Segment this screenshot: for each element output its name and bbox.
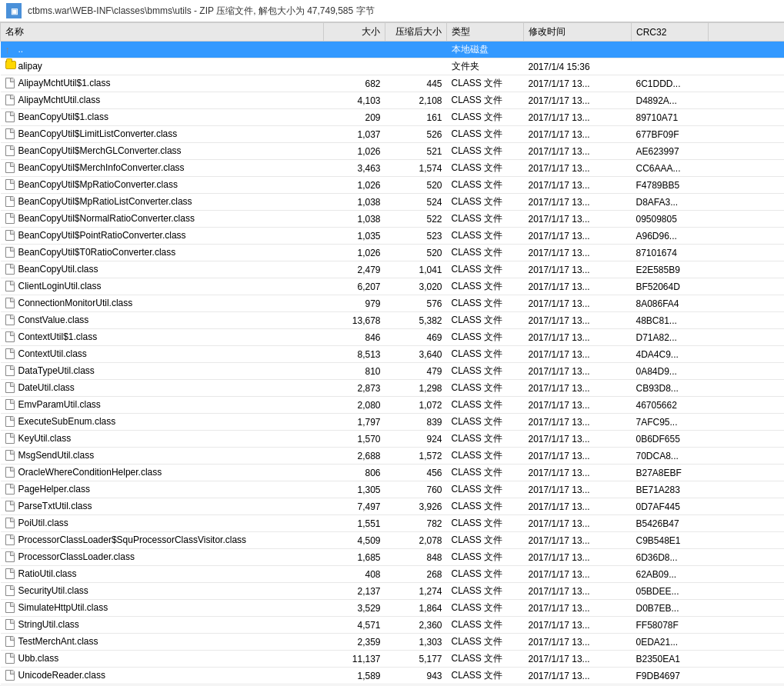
file-size: 4,103: [324, 92, 385, 109]
table-row[interactable]: UnicodeReader.class1,589943CLASS 文件2017/…: [1, 668, 785, 684]
table-row[interactable]: ClientLoginUtil.class6,2073,020CLASS 文件2…: [1, 278, 785, 295]
table-row[interactable]: ConnectionMonitorUtil.class979576CLASS 文…: [1, 295, 785, 312]
file-icon: [5, 247, 16, 258]
file-name-text: UnicodeReader.class: [18, 670, 105, 681]
file-extra: [709, 211, 785, 228]
file-modified: 2017/1/17 13...: [524, 177, 632, 194]
file-icon: [5, 298, 16, 308]
file-extra: [709, 329, 785, 346]
file-name-cell: ProcessorClassLoader$SquProcessorClassVi…: [1, 532, 324, 549]
table-row[interactable]: BeanCopyUtil$NormalRatioConverter.class1…: [1, 211, 785, 228]
file-extra: [709, 431, 785, 448]
header-crc[interactable]: CRC32: [632, 23, 709, 42]
file-type: CLASS 文件: [447, 211, 524, 228]
file-size: 2,137: [324, 583, 385, 600]
file-name-text: KeyUtil.class: [18, 433, 72, 444]
file-size: 2,359: [324, 634, 385, 651]
table-row[interactable]: BeanCopyUtil.class2,4791,041CLASS 文件2017…: [1, 261, 785, 278]
table-row[interactable]: ContextUtil.class8,5133,640CLASS 文件2017/…: [1, 346, 785, 363]
table-row[interactable]: BeanCopyUtil$MerchInfoConverter.class3,4…: [1, 160, 785, 177]
table-row[interactable]: RatioUtil.class408268CLASS 文件2017/1/17 1…: [1, 566, 785, 583]
file-type: CLASS 文件: [447, 312, 524, 329]
file-icon: [5, 382, 16, 393]
table-row[interactable]: AlipayMchtUtil.class4,1032,108CLASS 文件20…: [1, 92, 785, 109]
table-row[interactable]: OracleWhereConditionHelper.class806456CL…: [1, 465, 785, 481]
file-compressed-size: 522: [385, 211, 447, 228]
file-extra: [709, 278, 785, 295]
table-row[interactable]: SimulateHttpUtil.class3,5291,864CLASS 文件…: [1, 600, 785, 617]
file-size: 806: [324, 465, 385, 481]
file-size: 2,688: [324, 448, 385, 465]
table-row[interactable]: ContextUtil$1.class846469CLASS 文件2017/1/…: [1, 329, 785, 346]
file-icon: [5, 230, 16, 241]
file-name-cell: BeanCopyUtil$MpRatioListConverter.class: [1, 194, 324, 211]
file-name-text: ProcessorClassLoader$SquProcessorClassVi…: [18, 534, 247, 545]
file-icon: [5, 281, 16, 291]
file-modified: 2017/1/17 13...: [524, 532, 632, 549]
file-compressed-size: 1,041: [385, 261, 447, 278]
file-modified: 2017/1/17 13...: [524, 549, 632, 566]
file-compressed-size: 3,020: [385, 278, 447, 295]
table-row[interactable]: TestMerchAnt.class2,3591,303CLASS 文件2017…: [1, 634, 785, 651]
table-row[interactable]: SecurityUtil.class2,1371,274CLASS 文件2017…: [1, 583, 785, 600]
file-modified: 2017/1/17 13...: [524, 194, 632, 211]
table-row[interactable]: BeanCopyUtil$MpRatioConverter.class1,026…: [1, 177, 785, 194]
file-type: CLASS 文件: [447, 566, 524, 583]
table-row[interactable]: MsgSendUtil.class2,6881,572CLASS 文件2017/…: [1, 448, 785, 465]
file-icon: [5, 128, 16, 139]
table-row[interactable]: KeyUtil.class1,570924CLASS 文件2017/1/17 1…: [1, 431, 785, 448]
file-crc: 87101674: [632, 245, 709, 261]
file-extra: [709, 58, 785, 75]
table-row[interactable]: BeanCopyUtil$MpRatioListConverter.class1…: [1, 194, 785, 211]
file-name-text: BeanCopyUtil$1.class: [18, 112, 108, 122]
table-row[interactable]: alipay文件夹2017/1/4 15:36: [1, 58, 785, 75]
file-compressed-size: 268: [385, 566, 447, 583]
table-row[interactable]: ExecuteSubEnum.class1,797839CLASS 文件2017…: [1, 414, 785, 431]
header-name[interactable]: 名称: [1, 23, 324, 42]
file-compressed-size: 924: [385, 431, 447, 448]
table-row[interactable]: BeanCopyUtil$PointRatioConverter.class1,…: [1, 228, 785, 245]
table-row[interactable]: ↑..本地磁盘: [1, 42, 785, 58]
table-row[interactable]: DateUtil.class2,8731,298CLASS 文件2017/1/1…: [1, 380, 785, 397]
file-name-text: DataTypeUtil.class: [18, 365, 95, 376]
file-modified: 2017/1/17 13...: [524, 431, 632, 448]
table-row[interactable]: ProcessorClassLoader$SquProcessorClassVi…: [1, 532, 785, 549]
header-type[interactable]: 类型: [447, 23, 524, 42]
table-row[interactable]: Ubb.class11,1375,177CLASS 文件2017/1/17 13…: [1, 651, 785, 668]
file-type: CLASS 文件: [447, 515, 524, 532]
table-row[interactable]: AlipayMchtUtil$1.class682445CLASS 文件2017…: [1, 75, 785, 92]
file-extra: [709, 481, 785, 498]
folder-icon: ↑: [5, 44, 16, 55]
table-row[interactable]: BeanCopyUtil$1.class209161CLASS 文件2017/1…: [1, 109, 785, 126]
table-row[interactable]: EmvParamUtil.class2,0801,072CLASS 文件2017…: [1, 397, 785, 414]
table-row[interactable]: ProcessorClassLoader.class1,685848CLASS …: [1, 549, 785, 566]
file-crc: FF58078F: [632, 617, 709, 634]
file-type: CLASS 文件: [447, 634, 524, 651]
file-size: 6,207: [324, 278, 385, 295]
table-row[interactable]: BeanCopyUtil$MerchGLConverter.class1,026…: [1, 143, 785, 160]
table-row[interactable]: BeanCopyUtil$T0RatioConverter.class1,026…: [1, 245, 785, 261]
table-row[interactable]: BeanCopyUtil$LimitListConverter.class1,0…: [1, 126, 785, 143]
file-modified: 2017/1/17 13...: [524, 126, 632, 143]
file-icon: [5, 534, 16, 545]
file-name-cell: PageHelper.class: [1, 481, 324, 498]
file-modified: 2017/1/17 13...: [524, 363, 632, 380]
file-name-cell: BeanCopyUtil$MpRatioConverter.class: [1, 177, 324, 194]
table-row[interactable]: StringUtil.class4,5712,360CLASS 文件2017/1…: [1, 617, 785, 634]
file-name-cell: ParseTxtUtil.class: [1, 498, 324, 515]
file-size: 1,026: [324, 177, 385, 194]
header-compressed[interactable]: 压缩后大小: [385, 23, 447, 42]
file-size: 3,463: [324, 160, 385, 177]
header-modified[interactable]: 修改时间: [524, 23, 632, 42]
file-icon: [5, 518, 16, 528]
file-name-text: BeanCopyUtil$PointRatioConverter.class: [18, 230, 186, 241]
header-size[interactable]: 大小: [324, 23, 385, 42]
file-compressed-size: 520: [385, 245, 447, 261]
file-size: 1,797: [324, 414, 385, 431]
table-row[interactable]: PoiUtil.class1,551782CLASS 文件2017/1/17 1…: [1, 515, 785, 532]
table-row[interactable]: ParseTxtUtil.class7,4973,926CLASS 文件2017…: [1, 498, 785, 515]
table-row[interactable]: DataTypeUtil.class810479CLASS 文件2017/1/1…: [1, 363, 785, 380]
file-name-cell: SecurityUtil.class: [1, 583, 324, 600]
table-row[interactable]: PageHelper.class1,305760CLASS 文件2017/1/1…: [1, 481, 785, 498]
table-row[interactable]: ConstValue.class13,6785,382CLASS 文件2017/…: [1, 312, 785, 329]
